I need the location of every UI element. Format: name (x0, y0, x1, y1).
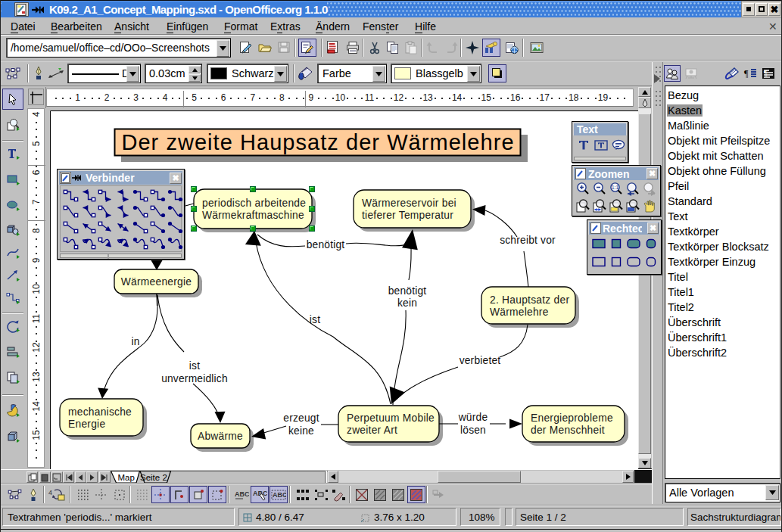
svg-text:Wärmelehre: Wärmelehre (490, 306, 549, 318)
svg-text:¶: ¶ (764, 69, 768, 77)
svg-text:ist: ist (189, 360, 200, 372)
svg-text:Wärmereservoir bei: Wärmereservoir bei (362, 198, 456, 209)
svg-text:ABC: ABC (273, 491, 286, 499)
svg-text:erzeugt: erzeugt (283, 412, 319, 424)
svg-text:unvermeidlich: unvermeidlich (161, 373, 228, 384)
svg-text:Energie: Energie (68, 418, 105, 430)
svg-text:Map: Map (118, 473, 135, 482)
svg-text:benötigt: benötigt (388, 285, 427, 297)
svg-text:lösen: lösen (460, 425, 486, 436)
svg-text:in: in (131, 336, 139, 347)
svg-text:Seite 2: Seite 2 (140, 473, 167, 482)
svg-text:der Menschheit: der Menschheit (531, 425, 605, 436)
svg-text:keine: keine (288, 425, 314, 437)
svg-text:schreibt vor: schreibt vor (500, 235, 556, 246)
svg-text:benötigt: benötigt (307, 239, 345, 250)
svg-text:Wärmekraftmaschine: Wärmekraftmaschine (202, 210, 304, 221)
svg-text:Der zweite Haupsatz der Wärmel: Der zweite Haupsatz der Wärmelehre (121, 130, 514, 154)
svg-text:ist: ist (310, 314, 320, 325)
svg-text:1:1: 1:1 (612, 185, 619, 190)
svg-text:Perpetuum Mobile: Perpetuum Mobile (347, 412, 435, 424)
svg-text:tieferer Temperatur: tieferer Temperatur (362, 210, 453, 221)
svg-text:würde: würde (458, 412, 488, 423)
svg-text:zweiter Art: zweiter Art (347, 425, 397, 436)
svg-text:kein: kein (397, 297, 417, 309)
svg-text:periodisch arbeitende: periodisch arbeitende (202, 198, 306, 209)
svg-text:¶: ¶ (744, 68, 749, 79)
svg-text:Wärmeenergie: Wärmeenergie (121, 276, 192, 288)
svg-text:verbietet: verbietet (460, 355, 501, 366)
svg-text:mechanische: mechanische (68, 406, 132, 418)
svg-text:ABC: ABC (235, 490, 249, 498)
svg-text:2. Hauptsatz der: 2. Hauptsatz der (490, 294, 569, 306)
svg-text:ABC: ABC (253, 490, 267, 497)
svg-text:4: 4 (48, 489, 52, 496)
svg-text:Abwärme: Abwärme (198, 431, 243, 442)
svg-text:Energieprobleme: Energieprobleme (531, 412, 613, 424)
